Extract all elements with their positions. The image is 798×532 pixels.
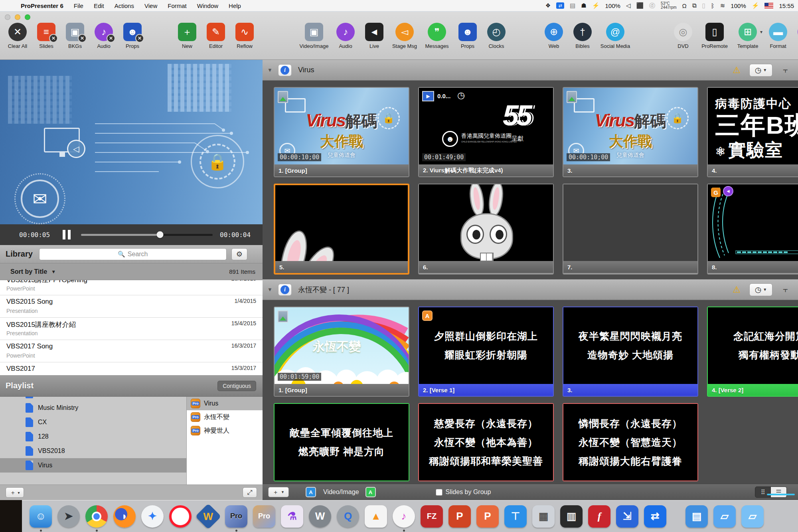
slide-3[interactable]: 🔒 ✉ Virus解碼 大作戰 兒童佈道會 00:00:10;00 3. <box>563 87 698 177</box>
dock-adobe-flash[interactable]: f <box>585 505 613 528</box>
dock-arrow-app[interactable]: ⇲ <box>613 505 641 528</box>
stage-msg-button[interactable]: ◅ Stage Msg <box>389 23 421 49</box>
bibles-button[interactable]: † Bibles <box>568 23 597 49</box>
props-bin-button[interactable]: ☻ Props <box>453 23 482 49</box>
dock-wirecast[interactable]: W <box>306 505 334 528</box>
template-button[interactable]: ⊞▾ Template <box>732 23 764 49</box>
add-playlist-button[interactable]: ＋▾ <box>6 487 24 498</box>
editor-button[interactable]: ✎ Editor <box>201 23 230 49</box>
dock-potion-app[interactable]: ⚗ <box>278 505 306 528</box>
add-slide-button[interactable]: ＋▼ <box>268 487 289 497</box>
menu-format[interactable]: Format <box>168 2 187 9</box>
slide-2[interactable]: ☻ 香港萬國兒童佈道團 CHILD EVANGELISM FELLOWSHIP … <box>418 87 554 177</box>
dock-teamviewer[interactable]: ⇄ <box>641 505 669 528</box>
mirror-icon[interactable]: ▤ <box>570 2 575 9</box>
song-slide-7[interactable]: 憐憫長存（永遠長存） 永恆不變（智慧造天） 稱謝頌揚大能右臂護眷 <box>563 403 698 481</box>
clear-props-button[interactable]: ☻✕ Props <box>118 23 147 49</box>
menu-file[interactable]: File <box>74 2 83 9</box>
template-green-button[interactable]: A <box>365 487 376 497</box>
wifi-icon[interactable]: ≋ <box>720 2 725 9</box>
slide-1-group[interactable]: 🔒 ✉ Virus解碼 大作戰 兒童佈道會 00:00:10;00 1. [Gr… <box>274 87 409 177</box>
proremote-button[interactable]: ▯ ProRemote <box>697 23 732 49</box>
sync-icon[interactable]: ⧉ <box>692 2 697 9</box>
pause-button[interactable] <box>63 230 71 239</box>
dock-folder-blue[interactable]: ▱ <box>711 505 739 528</box>
zoom-window-button[interactable] <box>25 14 30 20</box>
audio-bin-button[interactable]: ♪ Audio <box>331 23 360 49</box>
list-view-button[interactable]: ☰ <box>771 487 787 498</box>
dock-vlc[interactable]: ▲ <box>362 505 390 528</box>
dock-calculator[interactable]: ▦ <box>529 505 557 528</box>
playlist-folder-selected[interactable]: Virus <box>0 458 186 473</box>
library-row[interactable]: VBS2015講座教材介紹 Presentation 15/4/2015 <box>0 318 263 340</box>
clear-all-button[interactable]: ✕ Clear All <box>3 23 32 49</box>
duet-icon[interactable]: ⓓ <box>649 2 655 10</box>
dock-chrome[interactable] <box>83 505 111 528</box>
song-slide-2-verse1[interactable]: 夕照群山倒影印在湖上 耀眼虹彩折射朝陽 A 2. [Verse 1] <box>418 307 554 397</box>
presentation-info-button[interactable]: i <box>278 284 292 296</box>
clear-bkgs-button[interactable]: ▣✕ BKGs <box>61 23 89 49</box>
menu-clock[interactable]: 15:55 <box>779 2 794 9</box>
new-button[interactable]: ＋ New <box>173 23 201 49</box>
slide-6[interactable]: 6. <box>418 184 554 275</box>
dock-midi-keyboard[interactable]: ▥ <box>557 505 585 528</box>
dock-keynote[interactable]: ⊤ <box>502 505 529 528</box>
format-button[interactable]: ▬ Format <box>764 23 792 49</box>
web-button[interactable]: ⊕ Web <box>539 23 568 49</box>
messages-button[interactable]: ❞ Messages <box>421 23 453 49</box>
seek-slider[interactable] <box>81 234 213 236</box>
slides-by-group-checkbox[interactable]: Slides by Group <box>436 488 491 496</box>
library-row[interactable]: VBS2015 Song Presentation 1/4/2015 <box>0 295 263 318</box>
teamviewer-status-icon[interactable]: ⇄ <box>556 2 564 9</box>
dvd-button[interactable]: ◎ DVD <box>669 23 697 49</box>
search-input[interactable]: 🔍 Search <box>39 248 227 260</box>
song-slide-4-verse2[interactable]: 念記紅海分開震撼 獨有權柄發動汪 4. [Verse 2] <box>707 307 798 397</box>
playlist-folder[interactable]: Music Ministry <box>0 401 186 415</box>
song-slide-1-group[interactable]: 永恆不變 00:01:59;00 1. [Group] <box>274 307 409 397</box>
slide-5-selected[interactable]: 5. <box>274 184 409 275</box>
dock-finder[interactable]: ☺ <box>27 505 55 528</box>
arrangement-button[interactable]: ⫟ <box>776 64 794 77</box>
volume-button[interactable]: ◁ Volume <box>792 23 798 49</box>
menu-view[interactable]: View <box>144 2 157 9</box>
template-blue-button[interactable]: A <box>306 487 316 497</box>
dock-itunes[interactable]: ♪ <box>390 505 418 528</box>
playlist-document[interactable]: Pro永恆不變 <box>187 410 263 424</box>
dock-folder-light[interactable]: ▱ <box>739 505 766 528</box>
expand-panel-button[interactable]: ⤢ <box>243 487 257 498</box>
close-window-button[interactable] <box>5 14 10 20</box>
dropbox-icon[interactable]: ❖ <box>545 2 551 9</box>
menu-actions[interactable]: Actions <box>115 2 134 9</box>
clocks-button[interactable]: ◴ Clocks <box>482 23 511 49</box>
sort-by-title-dropdown[interactable]: Sort by Title <box>10 268 47 275</box>
playlist-document-selected[interactable]: ProVirus <box>187 397 263 410</box>
bluetooth-icon[interactable]: ᛒ <box>711 2 715 9</box>
menu-edit[interactable]: Edit <box>94 2 104 9</box>
clear-audio-button[interactable]: ♪✕ Audio <box>89 23 118 49</box>
slide-8[interactable]: G ◄ 8. <box>707 184 798 275</box>
library-row[interactable]: VBS2017 Song PowerPoint 16/3/2017 <box>0 340 263 362</box>
slide-4[interactable]: 病毒防護中心 三年B班 ⚛實驗室 4. <box>707 87 798 177</box>
song-slide-3[interactable]: 夜半繁星閃閃映襯月亮 造物奇妙 大地頌揚 3. <box>563 307 698 397</box>
song-slide-6[interactable]: 慈愛長存（永遠長存） 永恆不變（祂本為善） 稱謝頌揚耶和華榮美聖善 <box>418 403 554 481</box>
playlist-folder[interactable]: 128 <box>0 429 186 444</box>
library-row[interactable]: VBS2017 PowerPoint 15/3/2017 <box>0 362 263 375</box>
timeline-button[interactable]: ◷▼ <box>749 283 772 296</box>
input-language-flag-icon[interactable] <box>764 3 773 8</box>
social-media-button[interactable]: @ Social Media <box>597 23 634 49</box>
dock-filezilla[interactable]: FZ <box>418 505 446 528</box>
menu-window[interactable]: Window <box>197 2 218 9</box>
seek-knob[interactable] <box>157 231 164 238</box>
evernote-icon[interactable]: ☗ <box>581 2 586 9</box>
menu-help[interactable]: Help <box>229 2 241 9</box>
volume-status-icon[interactable]: ◁ <box>626 2 631 9</box>
playlist-document[interactable]: Pro神愛世人 <box>187 424 263 437</box>
reflow-button[interactable]: ∿ Reflow <box>230 23 259 49</box>
dock-powerpoint-red[interactable]: P <box>446 505 474 528</box>
app-menu-title[interactable]: ProPresenter 6 <box>21 2 63 9</box>
arrangement-button[interactable]: ⫟ <box>776 283 794 296</box>
dock-propresenter[interactable]: Pro <box>222 505 250 528</box>
dock-quicktime[interactable]: Q <box>334 505 362 528</box>
disclosure-triangle-icon[interactable]: ▼ <box>267 67 273 73</box>
battery-charging-icon[interactable]: ⚡ <box>752 2 759 9</box>
